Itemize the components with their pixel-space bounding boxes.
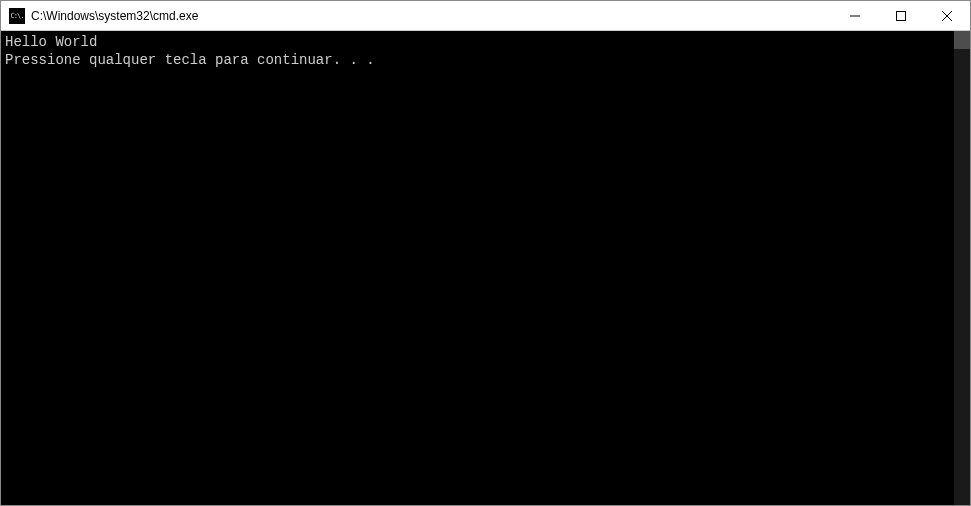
maximize-button[interactable] <box>878 1 924 30</box>
window-controls <box>832 1 970 30</box>
scrollbar-thumb[interactable] <box>954 31 970 49</box>
minimize-button[interactable] <box>832 1 878 30</box>
terminal-area[interactable]: Hello World Pressione qualquer tecla par… <box>1 31 970 505</box>
svg-rect-1 <box>897 11 906 20</box>
close-button[interactable] <box>924 1 970 30</box>
cmd-icon: C:\. <box>9 8 25 24</box>
minimize-icon <box>850 11 860 21</box>
cmd-icon-text: C:\. <box>11 12 24 20</box>
titlebar[interactable]: C:\. C:\Windows\system32\cmd.exe <box>1 1 970 31</box>
terminal-line: Hello World <box>5 33 966 51</box>
vertical-scrollbar[interactable] <box>954 31 970 505</box>
close-icon <box>942 11 952 21</box>
window-title: C:\Windows\system32\cmd.exe <box>31 9 198 23</box>
terminal-line: Pressione qualquer tecla para continuar.… <box>5 51 966 69</box>
cmd-window: C:\. C:\Windows\system32\cmd.exe <box>0 0 971 506</box>
maximize-icon <box>896 11 906 21</box>
